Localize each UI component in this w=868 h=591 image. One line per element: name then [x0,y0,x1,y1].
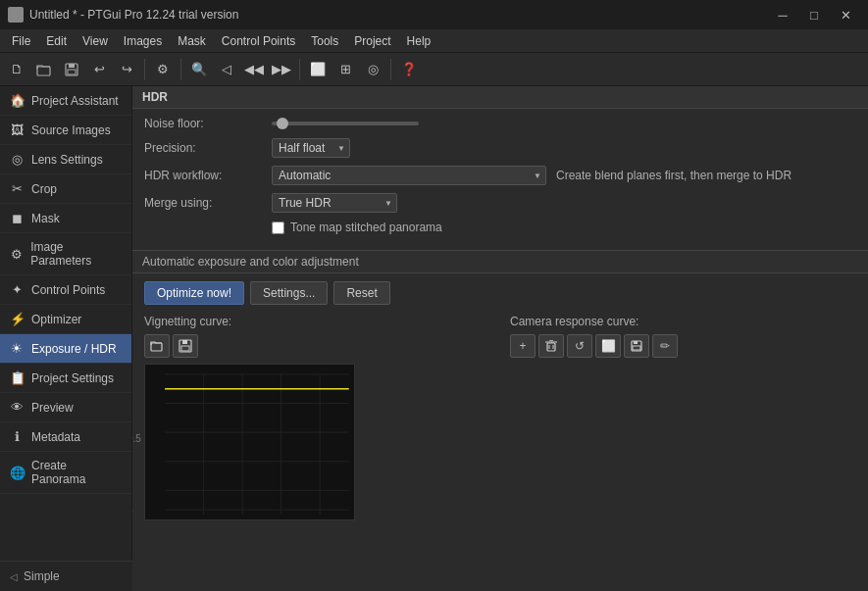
camera-delete-button[interactable] [538,334,564,358]
crop-icon: ✂ [10,181,24,196]
undo-button[interactable]: ↩ [86,57,112,82]
auto-exposure-title: Automatic exposure and color adjustment [142,255,359,269]
sidebar-item-metadata[interactable]: ℹ Metadata [0,422,131,452]
sidebar-item-project-settings[interactable]: 📋 Project Settings [0,364,131,393]
noise-floor-control [272,122,419,125]
menu-edit[interactable]: Edit [38,29,75,52]
sidebar-label-metadata: Metadata [31,430,80,444]
camera-response-toolbar: + ↺ ⬜ ✏ [510,334,856,358]
close-button[interactable]: ✕ [831,4,860,25]
noise-floor-row: Noise floor: [144,117,856,130]
form-area: Noise floor: Precision: Half float Full … [132,109,868,246]
svg-rect-7 [181,346,189,351]
menu-view[interactable]: View [75,29,116,52]
camera-reset-button[interactable]: ↺ [567,334,592,358]
sidebar-simple-toggle[interactable]: ◁ Simple [0,561,132,591]
maximize-button[interactable]: □ [799,4,829,25]
sidebar-item-image-parameters[interactable]: ⚙ Image Parameters [0,233,131,275]
titlebar-left: Untitled * - PTGui Pro 12.24 trial versi… [8,7,238,23]
titlebar: Untitled * - PTGui Pro 12.24 trial versi… [0,0,868,29]
camera-add-button[interactable]: + [510,334,536,358]
sidebar-item-source-images[interactable]: 🖼 Source Images [0,116,131,145]
help-button[interactable]: ❓ [396,57,422,82]
sidebar-label-exposure-hdr: Exposure / HDR [31,342,117,356]
action-buttons-row: Optimize now! Settings... Reset [144,281,856,305]
menu-help[interactable]: Help [399,29,439,52]
minimize-button[interactable]: ─ [768,4,797,25]
sidebar-item-control-points[interactable]: ✦ Control Points [0,275,131,305]
menu-project[interactable]: Project [346,29,398,52]
project-settings-icon: 📋 [10,370,24,385]
mask-icon: ◼ [10,211,24,225]
tone-map-checkbox[interactable] [272,222,284,234]
reset-button[interactable]: Reset [333,281,389,305]
menu-tools[interactable]: Tools [303,29,346,52]
pin-button[interactable]: ◎ [360,57,385,82]
tone-map-label: Tone map stitched panorama [290,221,442,234]
prev-button[interactable]: ◀◀ [241,57,267,82]
optimize-now-button[interactable]: Optimize now! [144,281,244,305]
save-button[interactable] [59,57,84,82]
search-button[interactable]: 🔍 [186,57,212,82]
grid-button[interactable]: ⊞ [332,57,358,82]
toolbar-separator-2 [180,59,181,80]
params-icon: ⚙ [10,247,23,262]
search-back-button[interactable]: ◁ [214,57,239,82]
merge-using-dropdown-wrap: True HDR Exposure blending [272,193,397,213]
main-content: HDR Noise floor: Precision: Half float [132,86,868,591]
titlebar-controls[interactable]: ─ □ ✕ [768,4,860,25]
sidebar-label-control-points: Control Points [31,283,105,297]
camera-edit-button[interactable]: ✏ [652,334,678,358]
home-icon: 🏠 [10,93,24,108]
toolbar-separator-3 [299,59,300,80]
camera-save-button[interactable] [624,334,649,358]
vignetting-y1-label: 1 [132,367,133,377]
menu-mask[interactable]: Mask [170,29,214,52]
open-button[interactable] [31,57,57,82]
settings-gear-button[interactable]: ⚙ [150,57,176,82]
metadata-icon: ℹ [10,429,24,444]
svg-rect-26 [633,346,640,350]
sidebar-label-preview: Preview [31,401,74,415]
sidebar-item-exposure-hdr[interactable]: ☀ Exposure / HDR [0,334,131,364]
sidebar-item-lens-settings[interactable]: ◎ Lens Settings [0,145,131,174]
hdr-workflow-row: HDR workflow: Automatic Manual Create bl… [144,166,856,185]
sidebar-label-create-panorama: Create Panorama [31,459,122,486]
camera-response-label: Camera response curve: [510,315,856,328]
noise-floor-slider-track[interactable] [272,122,419,125]
sidebar-label-project-settings: Project Settings [31,371,114,385]
menu-control-points[interactable]: Control Points [214,29,303,52]
pano-rect-button[interactable]: ⬜ [305,57,331,82]
toolbar-separator-1 [144,59,145,80]
simple-arrow-icon: ◁ [10,571,18,582]
sidebar-item-mask[interactable]: ◼ Mask [0,204,131,233]
sidebar-item-optimizer[interactable]: ⚡ Optimizer [0,305,131,334]
sidebar-label-optimizer: Optimizer [31,313,81,326]
hdr-workflow-dropdown[interactable]: Automatic Manual [272,166,546,185]
redo-button[interactable]: ↪ [114,57,139,82]
next-button[interactable]: ▶▶ [269,57,294,82]
sidebar-item-preview[interactable]: 👁 Preview [0,393,131,422]
lens-icon: ◎ [10,152,24,167]
main-layout: 🏠 Project Assistant 🖼 Source Images ◎ Le… [0,86,868,591]
menu-file[interactable]: File [4,29,38,52]
toolbar-separator-4 [390,59,391,80]
auto-exposure-section: Automatic exposure and color adjustment … [132,250,868,528]
vignetting-save-button[interactable] [173,334,198,358]
window-title: Untitled * - PTGui Pro 12.24 trial versi… [29,8,238,22]
sidebar-item-crop[interactable]: ✂ Crop [0,174,131,204]
tone-map-row: Tone map stitched panorama [272,221,856,234]
sidebar-label-source-images: Source Images [31,123,111,137]
merge-using-dropdown[interactable]: True HDR Exposure blending [272,193,397,213]
settings-button[interactable]: Settings... [250,281,328,305]
noise-floor-slider-thumb[interactable] [277,118,288,129]
noise-floor-label: Noise floor: [144,117,272,130]
exposure-icon: ☀ [10,341,24,356]
precision-dropdown[interactable]: Half float Full float [272,138,350,158]
vignetting-open-button[interactable] [144,334,170,358]
sidebar-item-project-assistant[interactable]: 🏠 Project Assistant [0,86,131,116]
menu-images[interactable]: Images [116,29,170,52]
camera-fit-button[interactable]: ⬜ [595,334,621,358]
new-button[interactable]: 🗋 [4,57,29,82]
sidebar-item-create-panorama[interactable]: 🌐 Create Panorama [0,452,131,494]
